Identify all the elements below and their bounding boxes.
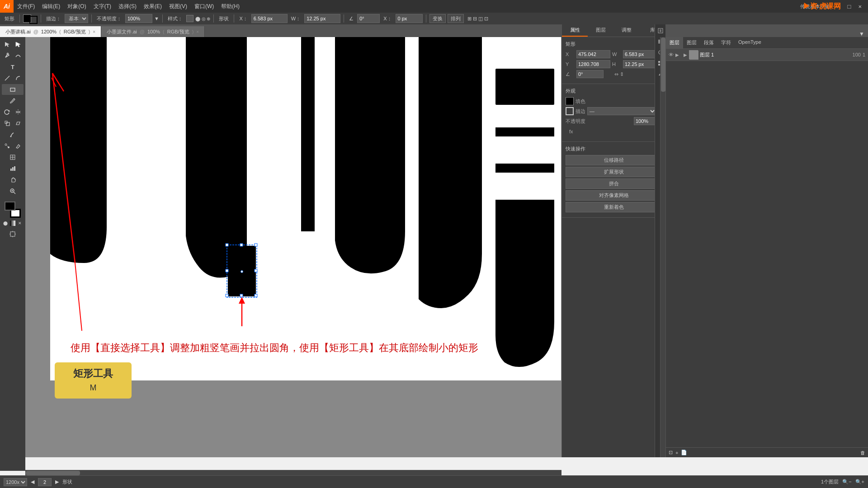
ltab-layers[interactable]: 图层	[666, 37, 683, 48]
rpanel-tab-adjustments[interactable]: 调整	[614, 24, 640, 37]
svg-rect-38	[226, 244, 228, 246]
new-sublayer-btn[interactable]: +	[675, 450, 678, 455]
type-tool[interactable]: T	[2, 61, 24, 72]
line-segment-tool[interactable]	[2, 73, 12, 84]
h-scroll-thumb[interactable]	[26, 471, 80, 475]
properties-icon[interactable]	[656, 26, 665, 35]
rot-angle-input[interactable]	[576, 70, 604, 78]
menu-file[interactable]: 文件(F)	[14, 3, 38, 10]
x-input[interactable]	[251, 14, 288, 23]
none-fill-btn[interactable]: ✕	[17, 220, 23, 226]
blend-tool[interactable]	[2, 141, 12, 151]
coord-x-input[interactable]	[576, 50, 610, 58]
svg-rect-44	[226, 294, 228, 297]
hand-tool[interactable]	[2, 174, 24, 185]
scale-tool[interactable]	[2, 118, 12, 129]
layer-expand-toggle[interactable]: ▶	[675, 52, 682, 57]
vertical-scrollbar[interactable]	[660, 37, 665, 457]
w-input[interactable]	[304, 14, 340, 23]
menu-effect[interactable]: 效果(E)	[140, 3, 165, 10]
eraser-tool[interactable]	[13, 141, 23, 151]
horizontal-scrollbar[interactable]	[25, 470, 561, 475]
menu-select[interactable]: 选择(S)	[115, 3, 140, 10]
artwork-canvas[interactable]: 使用【直接选择工具】调整加粗竖笔画并拉出圆角，使用【矩形工具】在其底部绘制小的矩…	[25, 37, 561, 457]
pencil-tool[interactable]	[2, 129, 24, 140]
flatten-btn[interactable]: 拼合	[566, 178, 662, 189]
rpanel-tab-layers[interactable]: 图层	[588, 24, 613, 37]
graph-tool[interactable]	[2, 163, 24, 174]
ltab-opentype[interactable]: OpenType	[735, 37, 765, 48]
curvature-tool[interactable]	[13, 50, 23, 61]
expand-shape-btn[interactable]: 扩展形状	[566, 167, 662, 177]
close-btn[interactable]: ×	[855, 3, 864, 10]
select-tool[interactable]	[2, 39, 12, 50]
transform-btn[interactable]: 变换	[429, 14, 446, 23]
artboard-num-input[interactable]	[38, 478, 52, 486]
offset-path-btn[interactable]: 位移路径	[566, 155, 662, 165]
x2-input[interactable]	[396, 14, 423, 23]
rect-tool[interactable]	[2, 84, 24, 95]
artboard-tool[interactable]	[2, 229, 24, 239]
arrange-btn[interactable]: 排列	[448, 14, 464, 23]
stroke-type-select[interactable]: —	[587, 107, 656, 115]
tab-1-close[interactable]: ×	[196, 29, 199, 34]
align-pixel-btn[interactable]: 对齐像素网格	[566, 190, 662, 201]
coord-w-input[interactable]	[623, 50, 657, 58]
menu-help[interactable]: 帮助(H)	[217, 3, 243, 10]
svg-text:M: M	[90, 383, 97, 392]
nav-next-btn[interactable]: ▶	[55, 479, 59, 485]
reflect-tool[interactable]	[13, 107, 23, 117]
tab-expand-icon[interactable]: ▼	[855, 31, 868, 37]
zoom-select[interactable]: 1200x	[4, 478, 27, 486]
menu-window[interactable]: 窗口(W)	[191, 3, 217, 10]
delete-layer-btn[interactable]: 🗑	[860, 450, 865, 455]
direct-select-tool[interactable]	[13, 39, 23, 50]
ltab-pathfinder[interactable]: 图层	[683, 37, 700, 48]
pen-tool[interactable]	[2, 50, 12, 61]
flip-icons[interactable]: ⇔ ⇕	[614, 71, 624, 77]
zoom-in-btn[interactable]: 🔍+	[855, 479, 864, 485]
menu-object[interactable]: 对象(O)	[64, 3, 90, 10]
stroke-dropdown[interactable]: 基本	[65, 14, 88, 23]
maximize-btn[interactable]: □	[845, 3, 854, 10]
tab-0[interactable]: 小墨讲稿.ai @ 1200% ( RGB/预览 ) ×	[0, 26, 101, 37]
ltab-paragraph[interactable]: 段落	[700, 37, 717, 48]
make-clip-mask-btn[interactable]: ⊡	[669, 450, 673, 455]
nav-prev-btn[interactable]: ◀	[31, 479, 34, 485]
stroke-color-box[interactable]	[566, 107, 574, 115]
rotate-tool[interactable]	[2, 107, 12, 117]
fill-color-box[interactable]	[5, 202, 15, 211]
svg-rect-18	[14, 166, 15, 171]
opacity-value-input[interactable]	[634, 117, 656, 125]
rot-input[interactable]	[357, 14, 380, 23]
shear-tool[interactable]	[13, 118, 23, 129]
zoom-out-btn[interactable]: 🔍−	[842, 479, 851, 485]
layer-visibility-toggle[interactable]: 👁	[669, 52, 674, 57]
recolor-btn[interactable]: 重新着色	[566, 202, 662, 212]
menu-edit[interactable]: 编辑(E)	[38, 3, 64, 10]
more-icons[interactable]: ⊞ ⊟ ◫ ⊡	[467, 16, 488, 22]
coord-h-input[interactable]	[623, 60, 657, 68]
zoom-tool[interactable]	[2, 186, 24, 197]
coord-x-row: X W	[566, 50, 662, 58]
v-scroll-thumb[interactable]	[661, 38, 665, 92]
opacity-input[interactable]	[125, 14, 152, 23]
rpanel-tab-properties[interactable]: 属性	[562, 24, 588, 37]
style-box[interactable]	[186, 15, 193, 22]
coord-y-input[interactable]	[576, 60, 610, 68]
mesh-tool[interactable]	[2, 152, 24, 163]
color-mode-btn[interactable]: ⬤	[2, 220, 9, 226]
tab-0-close[interactable]: ×	[93, 29, 95, 34]
gradient-btn[interactable]	[9, 220, 16, 226]
shape-label: 形状	[217, 15, 231, 22]
tab-1[interactable]: 小墨源文件.ai @ 100% ( RGB/预览 ) ×	[101, 26, 205, 37]
fill-color-box[interactable]	[566, 97, 574, 105]
menu-text[interactable]: 文字(T)	[90, 3, 115, 10]
menu-view[interactable]: 视图(V)	[165, 3, 191, 10]
layer-expand-icon[interactable]: ▶	[684, 52, 687, 57]
paintbrush-tool[interactable]	[2, 95, 24, 106]
arc-tool[interactable]	[13, 73, 23, 84]
ltab-character[interactable]: 字符	[717, 37, 735, 48]
new-layer-btn[interactable]: 📄	[681, 450, 687, 455]
toolbar-stroke-color[interactable]	[29, 16, 38, 24]
